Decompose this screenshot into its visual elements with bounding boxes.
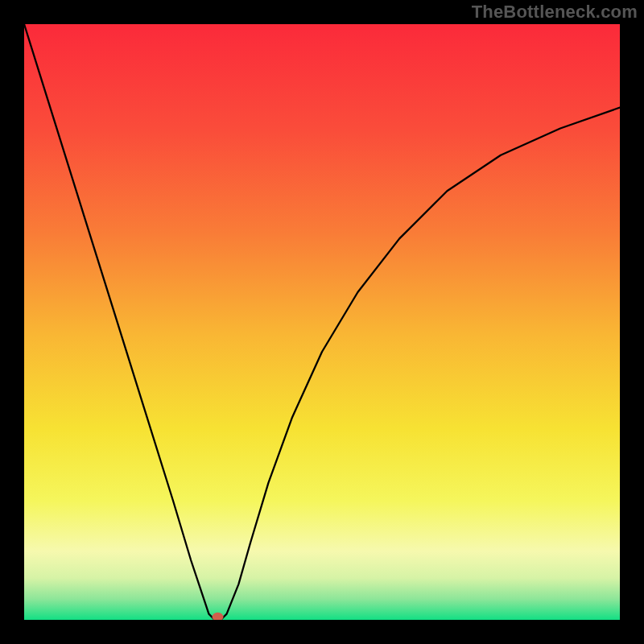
- chart-frame: TheBottleneck.com: [0, 0, 644, 644]
- watermark-text: TheBottleneck.com: [472, 2, 638, 23]
- gradient-background: [24, 24, 620, 620]
- bottleneck-chart-svg: [24, 24, 620, 620]
- plot-area: [24, 24, 620, 620]
